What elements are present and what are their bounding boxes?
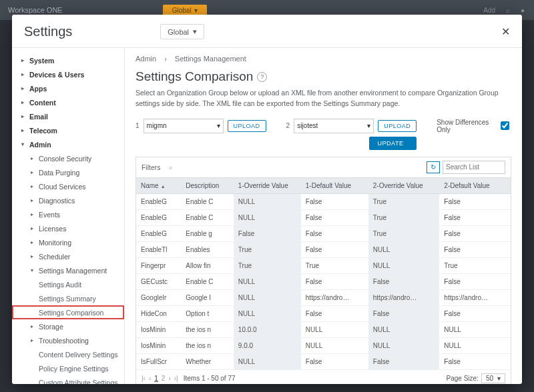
search-input[interactable] xyxy=(443,161,505,174)
nav-cloud-services[interactable]: ▸Cloud Services xyxy=(12,179,124,193)
table-row[interactable]: EnableGEnable CNULLFalseTrueFalse xyxy=(136,209,511,225)
nav-content[interactable]: ▸Content xyxy=(12,95,124,109)
cell: False xyxy=(368,273,440,289)
page-size-value: 50 xyxy=(486,375,493,382)
col-name[interactable]: Name▲ xyxy=(136,178,181,194)
nav-storage[interactable]: ▸Storage xyxy=(12,319,124,333)
pager-next-icon[interactable]: › xyxy=(168,375,170,382)
pager-last-icon[interactable]: ›| xyxy=(174,375,178,382)
table-row[interactable]: GECustcEnable CNULLFalseFalseFalse xyxy=(136,273,511,289)
nav-email[interactable]: ▸Email xyxy=(12,109,124,123)
col-1-override-value[interactable]: 1-Override Value xyxy=(234,178,301,194)
nav-custom-attribute-settings[interactable]: Custom Attribute Settings xyxy=(12,375,124,384)
nav-data-purging[interactable]: ▸Data Purging xyxy=(12,165,124,179)
cell: https://andro… xyxy=(301,289,368,305)
bg-search-icon[interactable]: ⌕ xyxy=(506,7,510,14)
table-row[interactable]: FingerprAllow finTrueTrueNULLTrue xyxy=(136,257,511,273)
nav-settings-management[interactable]: ▾Settings Management xyxy=(12,263,124,277)
table-row[interactable]: HideConOption tNULLFalseFalseFalse xyxy=(136,305,511,321)
bg-avatar[interactable]: ● xyxy=(521,7,525,14)
crumb-admin[interactable]: Admin xyxy=(136,55,156,63)
cell: EnableG xyxy=(136,209,181,225)
help-icon[interactable]: ? xyxy=(257,72,267,82)
nav-admin[interactable]: ▾Admin xyxy=(12,137,124,151)
chevron-right-icon: ▸ xyxy=(21,71,26,77)
cell: NULL xyxy=(234,273,301,289)
table-row[interactable]: GoogleIrGoogle INULLhttps://andro…https:… xyxy=(136,289,511,305)
nav-devices-users[interactable]: ▸Devices & Users xyxy=(12,67,124,81)
nav-scheduler[interactable]: ▸Scheduler xyxy=(12,249,124,263)
nav-label: Troubleshooting xyxy=(39,337,89,345)
nav-licenses[interactable]: ▸Licenses xyxy=(12,221,124,235)
cell: False xyxy=(234,225,301,241)
cell: False xyxy=(301,225,368,241)
cell: Enable g xyxy=(181,225,234,241)
table-row[interactable]: EnableTlEnablesTrueFalseNULLFalse xyxy=(136,241,511,257)
nav-label: Devices & Users xyxy=(29,71,84,79)
pager-first-icon[interactable]: |‹ xyxy=(142,375,146,382)
modal-scope-select[interactable]: Global▾ xyxy=(160,24,204,39)
chevron-right-icon: ▸ xyxy=(31,323,35,329)
table-row[interactable]: IsFullScrWhetherNULLFalseFalseFalse xyxy=(136,353,511,369)
nav-content-delivery-settings[interactable]: Content Delivery Settings xyxy=(12,347,124,361)
slot1-upload-button[interactable]: UPLOAD xyxy=(228,120,266,132)
slot2-org-select[interactable]: sijotest▾ xyxy=(294,119,374,133)
col-1-default-value[interactable]: 1-Default Value xyxy=(301,178,368,194)
chevron-right-icon: ▸ xyxy=(31,211,35,217)
slot1-org-select[interactable]: migmn▾ xyxy=(144,119,224,133)
cell: True xyxy=(368,193,440,209)
page-size-label: Page Size: xyxy=(447,375,479,382)
cell: False xyxy=(301,209,368,225)
cell: https://andro… xyxy=(439,289,511,305)
table-row[interactable]: EnableGEnable gFalseFalseTrueFalse xyxy=(136,225,511,241)
show-diff-checkbox[interactable] xyxy=(501,121,509,130)
close-icon[interactable]: ✕ xyxy=(501,25,510,38)
col-2-override-value[interactable]: 2-Override Value xyxy=(368,178,440,194)
nav-console-security[interactable]: ▸Console Security xyxy=(12,151,124,165)
crumb-settings-management[interactable]: Settings Management xyxy=(175,55,246,63)
cell: https://andro… xyxy=(368,289,440,305)
cell: True xyxy=(439,257,511,273)
table-row[interactable]: IosMininthe ios n10.0.0NULLNULLNULL xyxy=(136,321,511,337)
nav-label: Content Delivery Settings xyxy=(39,351,117,359)
pager-prev-icon[interactable]: ‹ xyxy=(149,375,151,382)
nav-diagnostics[interactable]: ▸Diagnostics xyxy=(12,193,124,207)
nav-policy-engine-settings[interactable]: Policy Engine Settings xyxy=(12,361,124,375)
col-description[interactable]: Description xyxy=(181,178,234,194)
pager-page-1[interactable]: 1 xyxy=(154,375,158,382)
nav-label: Licenses xyxy=(39,225,66,233)
bg-add-link[interactable]: Add xyxy=(483,7,495,14)
chevron-right-icon: ▸ xyxy=(31,337,35,343)
pager-controls[interactable]: |‹ ‹ 1 2 › ›| xyxy=(142,375,178,382)
nav-settings-comparison[interactable]: Settings Comparison xyxy=(12,305,124,319)
update-button[interactable]: UPDATE xyxy=(369,137,417,150)
nav-system[interactable]: ▸System xyxy=(12,53,124,67)
chevron-down-icon: ▾ xyxy=(367,122,370,129)
col-2-default-value[interactable]: 2-Default Value xyxy=(439,178,511,194)
table-row[interactable]: IosMininthe ios n9.0.0NULLNULLNULL xyxy=(136,337,511,353)
cell: Allow fin xyxy=(181,257,234,273)
cell: GoogleIr xyxy=(136,289,181,305)
nav-settings-summary[interactable]: Settings Summary xyxy=(12,291,124,305)
nav-settings-audit[interactable]: Settings Audit xyxy=(12,277,124,291)
filters-label[interactable]: Filters xyxy=(142,163,161,171)
nav-telecom[interactable]: ▸Telecom xyxy=(12,123,124,137)
refresh-icon[interactable]: ↻ xyxy=(427,161,440,173)
cell: True xyxy=(234,241,301,257)
pager-page-2[interactable]: 2 xyxy=(162,375,166,382)
nav-events[interactable]: ▸Events xyxy=(12,207,124,221)
cell: NULL xyxy=(439,321,511,337)
cell: False xyxy=(439,273,511,289)
slot2-upload-button[interactable]: UPLOAD xyxy=(378,120,417,132)
page-size-select[interactable]: 50▾ xyxy=(481,373,505,383)
table-row[interactable]: EnableGEnable CNULLFalseTrueFalse xyxy=(136,193,511,209)
expand-filters-icon[interactable]: » xyxy=(169,163,173,171)
bg-scope-button[interactable]: Global▾ xyxy=(163,5,207,16)
nav-troubleshooting[interactable]: ▸Troubleshooting xyxy=(12,333,124,347)
cell: the ios n xyxy=(181,321,234,337)
nav-apps[interactable]: ▸Apps xyxy=(12,81,124,95)
cell: True xyxy=(368,209,440,225)
nav-label: Email xyxy=(29,113,48,121)
nav-monitoring[interactable]: ▸Monitoring xyxy=(12,235,124,249)
nav-label: Settings Summary xyxy=(39,295,96,303)
